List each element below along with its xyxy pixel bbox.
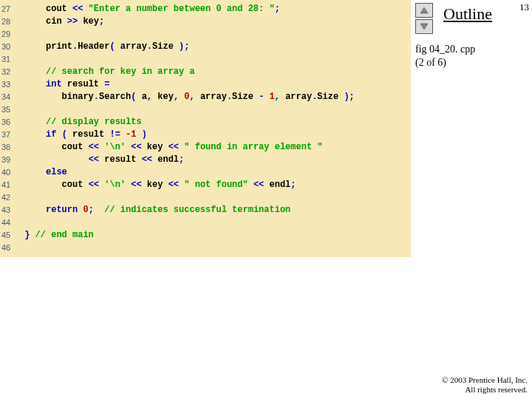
file-name: fig 04_20. cpp <box>415 44 475 55</box>
page-number: 13 <box>519 1 529 13</box>
code-line: 28 cin >> key; <box>0 16 411 28</box>
code-line: 45 } // end main <box>0 229 411 242</box>
line-number: 44 <box>0 216 19 229</box>
file-part: (2 of 6) <box>415 57 446 68</box>
triangle-up-icon <box>420 7 429 14</box>
line-number: 39 <box>0 154 19 166</box>
code-line: 31 <box>0 53 411 66</box>
code-line: 30 print.Header( array.Size ); <box>0 41 411 53</box>
line-number: 34 <box>0 91 19 103</box>
code-line: 37 if ( result != -1 ) <box>0 129 411 141</box>
code-line: 29 <box>0 28 411 41</box>
line-number: 37 <box>0 129 19 141</box>
line-number: 43 <box>0 204 19 216</box>
line-number: 40 <box>0 166 19 179</box>
line-number: 27 <box>0 3 19 16</box>
code-line: 42 <box>0 191 411 204</box>
line-number: 29 <box>0 28 19 41</box>
code-line: 33 int result = <box>0 78 411 91</box>
code-line: 35 <box>0 103 411 116</box>
code-line: 27 cout << "Enter a number between 0 and… <box>0 3 411 16</box>
file-caption: fig 04_20. cpp (2 of 6) <box>415 43 475 69</box>
code-line: 39 << result << endl; <box>0 154 411 166</box>
code-line: 40 else <box>0 166 411 179</box>
copyright-line2: All rights reserved. <box>465 385 528 394</box>
line-number: 33 <box>0 78 19 91</box>
code-line: 44 <box>0 216 411 229</box>
nav-down-button[interactable] <box>415 19 433 34</box>
line-number: 42 <box>0 191 19 204</box>
line-number: 45 <box>0 229 19 242</box>
line-number: 30 <box>0 41 19 53</box>
svg-marker-0 <box>420 7 428 13</box>
copyright-line1: © 2003 Prentice Hall, Inc. <box>442 375 528 384</box>
line-number: 38 <box>0 141 19 154</box>
line-number: 36 <box>0 116 19 129</box>
code-line: 41 cout << '\n' << key << " not found" <… <box>0 179 411 191</box>
nav-up-button[interactable] <box>415 3 433 18</box>
line-number: 28 <box>0 16 19 28</box>
line-number: 35 <box>0 103 19 116</box>
code-line: 38 cout << '\n' << key << " found in arr… <box>0 141 411 154</box>
line-number: 41 <box>0 179 19 191</box>
code-line: 36 // display results <box>0 116 411 129</box>
line-number: 31 <box>0 53 19 66</box>
code-line: 32 // search for key in array a <box>0 66 411 78</box>
code-line: 34 binary.Search( a, key, 0, array.Size … <box>0 91 411 103</box>
svg-marker-1 <box>420 24 428 30</box>
copyright: © 2003 Prentice Hall, Inc. All rights re… <box>442 375 528 395</box>
code-line: 46 <box>0 242 411 254</box>
line-number: 32 <box>0 66 19 78</box>
line-number: 46 <box>0 242 19 254</box>
code-block: 27 cout << "Enter a number between 0 and… <box>0 0 411 257</box>
outline-heading: Outline <box>443 4 492 24</box>
triangle-down-icon <box>420 23 429 30</box>
code-line: 43 return 0; // indicates successful ter… <box>0 204 411 216</box>
